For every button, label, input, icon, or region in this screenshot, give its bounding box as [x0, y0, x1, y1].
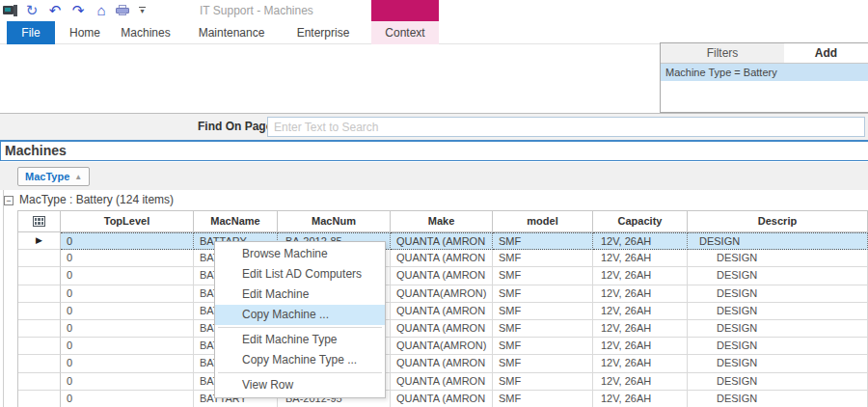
column-header-macname[interactable]: MacName [194, 211, 278, 232]
cell-toplevel[interactable]: 0 [61, 338, 194, 355]
cell-descrip[interactable]: DESIGN [688, 391, 868, 407]
cell-toplevel[interactable]: 0 [61, 250, 194, 267]
cell-model[interactable]: SMF [493, 250, 593, 267]
cell-capacity[interactable]: 12V, 26AH [593, 250, 688, 267]
tab-home[interactable]: Home [60, 21, 110, 44]
search-input[interactable] [267, 117, 865, 137]
row-indicator-cell[interactable] [18, 303, 61, 320]
tab-enterprise[interactable]: Enterprise [289, 21, 357, 44]
cell-capacity[interactable]: 12V, 26AH [593, 320, 688, 338]
cell-capacity[interactable]: 12V, 26AH [593, 303, 688, 320]
tab-file[interactable]: File [7, 21, 55, 44]
redo-icon[interactable]: ↷ [69, 2, 87, 19]
table-row[interactable]: 0 BATTARY QUANTA (AMRON SMF 12V, 26AH DE… [18, 267, 868, 285]
cell-toplevel[interactable]: 0 [61, 303, 194, 320]
cell-make[interactable]: QUANTA(AMRON) [391, 338, 493, 355]
row-indicator-cell[interactable] [18, 355, 61, 372]
table-row[interactable]: 0 BATTARY QUANTA (AMRON SMF 12V, 26AH DE… [18, 320, 868, 338]
table-row[interactable]: 0 BATTARY QUANTA(AMRON) SMF 12V, 26AH DE… [18, 338, 868, 355]
menu-item-edit-list-ad-computers[interactable]: Edit List AD Computers [215, 264, 385, 285]
menu-item-browse-machine[interactable]: Browse Machine [215, 244, 385, 264]
table-row[interactable]: 0 BATTARY QUANTA(AMRON) SMF 12V, 26AH DE… [18, 285, 868, 303]
column-header-macnum[interactable]: MacNum [278, 211, 391, 232]
filter-item[interactable]: Machine Type = Battery [661, 64, 868, 81]
table-row[interactable]: 0 BATTARY BA-2012-95 QUANTA (AMRON SMF 1… [18, 391, 868, 407]
cell-capacity[interactable]: 12V, 26AH [593, 355, 688, 372]
cell-descrip[interactable]: DESIGN [688, 267, 868, 285]
cell-descrip[interactable]: DESIGN [688, 303, 868, 320]
cell-capacity[interactable]: 12V, 26AH [593, 267, 688, 285]
more-commands-icon[interactable]: ▾ [138, 7, 147, 14]
cell-toplevel[interactable]: 0 [61, 267, 194, 285]
cell-make[interactable]: QUANTA (AMRON [391, 320, 493, 338]
menu-item-copy-machine[interactable]: Copy Machine ... [215, 305, 385, 325]
cell-capacity[interactable]: 12V, 26AH [593, 285, 688, 303]
print-icon[interactable] [116, 5, 130, 16]
row-indicator-cell[interactable] [18, 338, 61, 355]
cell-toplevel[interactable]: 0 [61, 285, 194, 303]
app-icon[interactable] [3, 5, 17, 17]
cell-capacity[interactable]: 12V, 26AH [593, 373, 688, 391]
cell-model[interactable]: SMF [493, 303, 593, 320]
undo-icon[interactable]: ↶ [46, 2, 64, 19]
cell-model[interactable]: SMF [493, 355, 593, 372]
cell-descrip[interactable]: DESIGN [688, 232, 868, 250]
group-by-mactype-button[interactable]: MacType ▲ [17, 167, 90, 186]
cell-model[interactable]: SMF [493, 373, 593, 391]
cell-toplevel[interactable]: 0 [61, 391, 194, 407]
selected-row-indicator-icon[interactable]: ▶ [18, 232, 61, 250]
cell-toplevel[interactable]: 0 [61, 320, 194, 338]
home-icon[interactable]: ⌂ [93, 2, 110, 19]
table-row[interactable]: 0 BATTARY QUANTA (AMRON SMF 12V, 26AH DE… [18, 250, 868, 267]
row-indicator-cell[interactable] [18, 285, 61, 303]
collapse-group-icon[interactable]: − [4, 196, 14, 205]
column-header-descrip[interactable]: Descrip [688, 211, 868, 232]
cell-descrip[interactable]: DESIGN [688, 355, 868, 372]
cell-model[interactable]: SMF [493, 391, 593, 407]
column-header-capacity[interactable]: Capacity [593, 211, 688, 232]
cell-capacity[interactable]: 12V, 26AH [593, 338, 688, 355]
menu-item-view-row[interactable]: View Row [215, 375, 385, 395]
cell-make[interactable]: QUANTA (AMRON [391, 250, 493, 267]
cell-model[interactable]: SMF [493, 232, 593, 250]
tab-maintenance[interactable]: Maintenance [189, 21, 274, 44]
cell-descrip[interactable]: DESIGN [688, 285, 868, 303]
row-indicator-cell[interactable] [18, 250, 61, 267]
table-row[interactable]: 0 BATTARY QUANTA (AMRON SMF 12V, 26AH DE… [18, 303, 868, 320]
menu-item-edit-machine[interactable]: Edit Machine [215, 285, 385, 305]
select-all-cell[interactable] [18, 211, 61, 232]
menu-item-copy-machine-type[interactable]: Copy Machine Type ... [215, 350, 385, 370]
cell-make[interactable]: QUANTA (AMRON [391, 355, 493, 372]
cell-capacity[interactable]: 12V, 26AH [593, 232, 688, 250]
cell-toplevel[interactable]: 0 [61, 373, 194, 391]
cell-toplevel[interactable]: 0 [61, 355, 194, 372]
column-header-model[interactable]: model [493, 211, 593, 232]
cell-make[interactable]: QUANTA (AMRON [391, 303, 493, 320]
column-header-toplevel[interactable]: TopLevel [61, 211, 194, 232]
row-indicator-cell[interactable] [18, 373, 61, 391]
cell-toplevel[interactable]: 0 [61, 232, 194, 250]
cell-model[interactable]: SMF [493, 338, 593, 355]
cell-descrip[interactable]: DESIGN [688, 320, 868, 338]
cell-descrip[interactable]: DESIGN [688, 250, 868, 267]
cell-make[interactable]: QUANTA(AMRON) [391, 285, 493, 303]
row-indicator-cell[interactable] [18, 267, 61, 285]
menu-item-edit-machine-type[interactable]: Edit Machine Type [215, 330, 385, 350]
column-header-make[interactable]: Make [391, 211, 493, 232]
cell-descrip[interactable]: DESIGN [688, 373, 868, 391]
refresh-icon[interactable]: ↻ [23, 2, 41, 19]
row-indicator-cell[interactable] [18, 391, 61, 407]
add-filter-button[interactable]: Add [784, 43, 868, 63]
cell-model[interactable]: SMF [493, 267, 593, 285]
cell-make[interactable]: QUANTA (AMRON [391, 267, 493, 285]
cell-capacity[interactable]: 12V, 26AH [593, 391, 688, 407]
table-row[interactable]: 0 BATTARY QUANTA (AMRON SMF 12V, 26AH DE… [18, 355, 868, 372]
cell-descrip[interactable]: DESIGN [688, 338, 868, 355]
row-indicator-cell[interactable] [18, 320, 61, 338]
cell-make[interactable]: QUANTA (AMRON [391, 391, 493, 407]
cell-make[interactable]: QUANTA (AMRON [391, 373, 493, 391]
cell-model[interactable]: SMF [493, 285, 593, 303]
table-row[interactable]: ▶ 0 BATTARY BA-2012-85 QUANTA (AMRON SMF… [18, 232, 868, 250]
cell-make[interactable]: QUANTA (AMRON [391, 232, 493, 250]
cell-model[interactable]: SMF [493, 320, 593, 338]
